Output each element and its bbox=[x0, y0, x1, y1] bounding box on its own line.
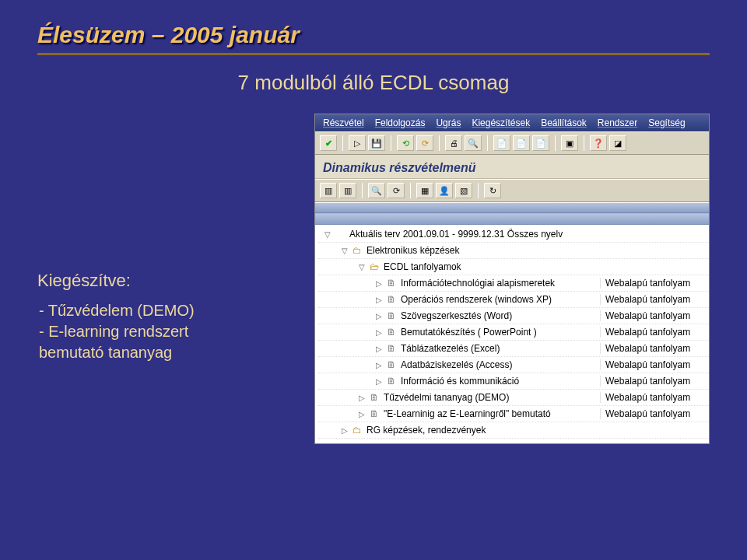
tree-row[interactable]: ▷🗀RG képzések, rendezvények bbox=[318, 422, 709, 439]
tree-label: Adatbáziskezelés (Access) bbox=[401, 359, 600, 370]
tree-type-column: Webalapú tanfolyam bbox=[600, 343, 709, 354]
print-icon[interactable]: 🖨 bbox=[445, 135, 462, 151]
tool-icon[interactable]: ▥ bbox=[339, 183, 356, 198]
help-icon[interactable]: ❓ bbox=[590, 135, 607, 151]
tool-icon[interactable]: ▣ bbox=[561, 135, 578, 151]
tree-row[interactable]: ▽🗁ECDL tanfolyamok bbox=[318, 259, 709, 275]
menu-item[interactable]: Feldolgozás bbox=[375, 117, 426, 128]
chevron-right-icon[interactable]: ▷ bbox=[357, 410, 366, 418]
accept-icon[interactable]: ✔ bbox=[320, 135, 337, 151]
view-icon[interactable]: ▦ bbox=[416, 183, 433, 198]
tree-type-column: Webalapú tanfolyam bbox=[600, 392, 709, 403]
document-icon: 🗎 bbox=[368, 392, 381, 403]
chevron-right-icon[interactable]: ▷ bbox=[374, 328, 384, 337]
left-text: Kiegészítve: - Tűzvédelem (DEMO) - E-lea… bbox=[37, 114, 302, 444]
tool-icon[interactable]: ▥ bbox=[320, 183, 337, 198]
tree-label: Információ és kommunikáció bbox=[401, 376, 600, 387]
tree[interactable]: ▽Aktuális terv 2001.09.01 - 9999.12.31 Ö… bbox=[315, 225, 709, 443]
tree-row[interactable]: ▷🗎Táblázatkezelés (Excel)Webalapú tanfol… bbox=[318, 341, 709, 357]
refresh-icon[interactable]: ↻ bbox=[484, 183, 501, 198]
chevron-right-icon[interactable]: ▷ bbox=[374, 279, 384, 288]
chevron-right-icon[interactable]: ▷ bbox=[374, 361, 384, 369]
document-icon: 🗎 bbox=[385, 343, 398, 354]
menu-item[interactable]: Beállítások bbox=[541, 117, 587, 128]
forward-icon[interactable]: ⟳ bbox=[416, 135, 433, 151]
refresh-icon[interactable]: ⟳ bbox=[388, 183, 405, 198]
tree-type-column: Webalapú tanfolyam bbox=[600, 359, 709, 370]
left-item: - E-learning rendszert bbox=[37, 321, 302, 342]
doc-icon[interactable]: 📄 bbox=[532, 135, 549, 151]
document-icon: 🗎 bbox=[385, 278, 398, 289]
search-icon[interactable]: 🔍 bbox=[368, 183, 385, 198]
user-icon[interactable]: 👤 bbox=[436, 183, 453, 198]
doc-icon[interactable]: 📄 bbox=[493, 135, 510, 151]
tree-label: Elektronikus képzések bbox=[366, 245, 600, 256]
tree-row[interactable]: ▷🗎Információ és kommunikációWebalapú tan… bbox=[318, 373, 709, 390]
tree-label: Információtechnológiai alapismeretek bbox=[401, 278, 600, 289]
tree-type-column: Webalapú tanfolyam bbox=[600, 310, 709, 321]
tree-label: Tűzvédelmi tananyag (DEMO) bbox=[384, 392, 600, 403]
chevron-down-icon[interactable]: ▽ bbox=[357, 263, 366, 271]
chevron-right-icon[interactable]: ▷ bbox=[340, 426, 349, 435]
title-rule bbox=[37, 53, 710, 55]
doc-icon[interactable]: 📄 bbox=[513, 135, 530, 151]
tree-label: ECDL tanfolyamok bbox=[384, 261, 600, 272]
chevron-right-icon[interactable]: ▷ bbox=[357, 394, 366, 402]
play-icon[interactable]: ▷ bbox=[349, 135, 366, 151]
back-icon[interactable]: ⟲ bbox=[397, 135, 414, 151]
left-item: - Tűzvédelem (DEMO) bbox=[37, 300, 302, 321]
toolbar-secondary: ▥ ▥ 🔍 ⟳ ▦ 👤 ▧ ↻ bbox=[315, 179, 709, 202]
save-icon[interactable]: 💾 bbox=[368, 135, 385, 151]
tree-row[interactable]: ▷🗎Információtechnológiai alapismeretekWe… bbox=[318, 275, 709, 292]
chevron-right-icon[interactable]: ▷ bbox=[374, 345, 384, 353]
tree-label: "E-Learninig az E-Learningről" bemutató bbox=[384, 408, 600, 419]
tree-row[interactable]: ▽🗀Elektronikus képzések bbox=[318, 243, 709, 259]
tree-row[interactable]: ▷🗎Szövegszerkesztés (Word)Webalapú tanfo… bbox=[318, 308, 709, 324]
tool-icon[interactable]: ◪ bbox=[609, 135, 626, 151]
section-title: Dinamikus részvételmenü bbox=[315, 155, 709, 179]
tree-row[interactable]: ▽Aktuális terv 2001.09.01 - 9999.12.31 Ö… bbox=[318, 226, 709, 243]
gradient-bar bbox=[315, 202, 709, 213]
menu-item[interactable]: Rendszer bbox=[598, 117, 637, 128]
tree-row[interactable]: ▷🗎"E-Learninig az E-Learningről" bemutat… bbox=[318, 406, 709, 422]
left-heading: Kiegészítve: bbox=[37, 269, 302, 292]
document-icon: 🗎 bbox=[385, 376, 398, 387]
chevron-right-icon[interactable]: ▷ bbox=[374, 312, 384, 320]
tree-row[interactable]: ▷🗎Tűzvédelmi tananyag (DEMO)Webalapú tan… bbox=[318, 390, 709, 406]
tree-row[interactable]: ▷🗎Adatbáziskezelés (Access)Webalapú tanf… bbox=[318, 357, 709, 373]
folder-icon: 🗀 bbox=[351, 425, 363, 436]
tree-label: Bemutatókészítés ( PowerPoint ) bbox=[401, 327, 600, 338]
tree-type-column: Webalapú tanfolyam bbox=[600, 294, 709, 305]
tree-type-column: Webalapú tanfolyam bbox=[600, 327, 709, 338]
document-icon: 🗎 bbox=[385, 294, 398, 305]
tree-area: ▽Aktuális terv 2001.09.01 - 9999.12.31 Ö… bbox=[315, 213, 709, 443]
document-icon: 🗎 bbox=[368, 408, 381, 419]
view-icon[interactable]: ▧ bbox=[455, 183, 472, 198]
tree-row[interactable]: ▷🗎Bemutatókészítés ( PowerPoint )Webalap… bbox=[318, 324, 709, 341]
chevron-down-icon[interactable]: ▽ bbox=[323, 230, 332, 239]
tree-label: Operációs rendszerek (windows XP) bbox=[401, 294, 600, 305]
menu-item[interactable]: Kiegészítések bbox=[472, 117, 530, 128]
tree-label: Aktuális terv 2001.09.01 - 9999.12.31 Ös… bbox=[349, 229, 600, 240]
menu-item[interactable]: Segítség bbox=[648, 117, 685, 128]
folder-icon: 🗀 bbox=[351, 245, 363, 256]
menu-item[interactable]: Részvétel bbox=[323, 117, 364, 128]
chevron-down-icon[interactable]: ▽ bbox=[340, 247, 349, 255]
page-subtitle: 7 modulból álló ECDL csomag bbox=[37, 71, 710, 95]
tree-header bbox=[315, 214, 709, 225]
find-icon[interactable]: 🔍 bbox=[465, 135, 482, 151]
tree-label: RG képzések, rendezvények bbox=[366, 425, 600, 436]
toolbar-primary: ✔ ▷ 💾 ⟲ ⟳ 🖨 🔍 📄 📄 📄 ▣ ❓ ◪ bbox=[315, 131, 709, 155]
blank-icon bbox=[334, 229, 346, 240]
chevron-right-icon[interactable]: ▷ bbox=[374, 377, 384, 386]
tree-row[interactable]: ▷🗎Operációs rendszerek (windows XP)Webal… bbox=[318, 292, 709, 308]
document-icon: 🗎 bbox=[385, 310, 398, 321]
menu-item[interactable]: Ugrás bbox=[436, 117, 461, 128]
tree-label: Szövegszerkesztés (Word) bbox=[401, 310, 600, 321]
tree-label: Táblázatkezelés (Excel) bbox=[401, 343, 600, 354]
tree-type-column: Webalapú tanfolyam bbox=[600, 408, 709, 419]
tree-type-column: Webalapú tanfolyam bbox=[600, 278, 709, 289]
folder-open-icon: 🗁 bbox=[368, 261, 381, 272]
chevron-right-icon[interactable]: ▷ bbox=[374, 296, 384, 304]
document-icon: 🗎 bbox=[385, 359, 398, 370]
